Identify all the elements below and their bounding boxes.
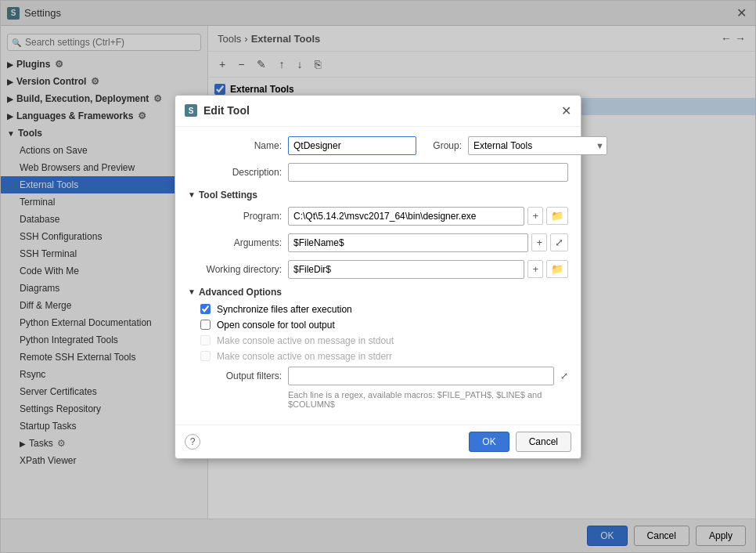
arguments-input[interactable] <box>288 233 528 252</box>
name-group-row: Name: Group: ▼ <box>188 136 568 155</box>
program-label: Program: <box>188 211 282 222</box>
open-console-checkbox[interactable] <box>200 320 211 330</box>
description-input[interactable] <box>288 163 568 182</box>
modal-icon: S <box>185 104 197 117</box>
group-label: Group: <box>423 140 462 151</box>
working-dir-input[interactable] <box>288 260 524 279</box>
sync-files-row: Synchronize files after execution <box>200 304 568 315</box>
main-content: ▶ Plugins ⚙ ▶ Version Control ⚙ ▶ Build,… <box>1 26 755 519</box>
output-filters-input[interactable] <box>288 367 554 385</box>
group-dropdown-icon: ▼ <box>596 141 604 150</box>
section-arrow-icon: ▼ <box>188 287 196 296</box>
working-dir-row: Working directory: + 📁 <box>188 260 568 279</box>
program-browse-button[interactable]: 📁 <box>546 207 568 225</box>
modal-overlay: S Edit Tool ✕ Name: Group: <box>1 26 755 519</box>
arguments-add-macro-button[interactable]: + <box>531 233 547 251</box>
sync-files-label: Synchronize files after execution <box>217 304 352 315</box>
name-input[interactable] <box>288 136 416 155</box>
working-dir-add-macro-button[interactable]: + <box>527 260 543 278</box>
make-active-stdout-checkbox[interactable] <box>200 335 211 345</box>
description-label: Description: <box>188 167 282 178</box>
settings-window: S Settings ✕ ▶ Plugins ⚙ ▶ Version Contr… <box>0 0 756 553</box>
working-dir-label: Working directory: <box>188 264 282 275</box>
advanced-options-section: ▼ Advanced Options <box>188 287 568 298</box>
edit-tool-modal: S Edit Tool ✕ Name: Group: <box>175 95 581 459</box>
program-input[interactable] <box>288 207 524 226</box>
right-panel: Tools › External Tools ← → + − ✎ ↑ ↓ ⎘ <box>208 26 755 519</box>
arguments-expand-button[interactable]: ⤢ <box>550 233 568 251</box>
name-label: Name: <box>188 140 282 151</box>
make-active-stderr-label: Make console active on message in stderr <box>217 351 392 362</box>
open-console-row: Open console for tool output <box>200 320 568 331</box>
output-filters-expand-button[interactable]: ⤢ <box>560 370 568 381</box>
tool-settings-section: ▼ Tool Settings <box>188 190 568 201</box>
modal-body: Name: Group: ▼ Description: <box>175 127 581 425</box>
make-active-stderr-row: Make console active on message in stderr <box>200 351 568 362</box>
group-input[interactable] <box>468 136 607 155</box>
help-button[interactable]: ? <box>185 434 200 450</box>
program-input-group: + 📁 <box>288 207 568 226</box>
section-label: Advanced Options <box>199 287 282 298</box>
working-dir-browse-button[interactable]: 📁 <box>546 260 568 278</box>
sync-files-checkbox[interactable] <box>200 304 211 314</box>
make-active-stderr-checkbox[interactable] <box>200 351 211 361</box>
modal-title: Edit Tool <box>203 104 555 117</box>
program-add-macro-button[interactable]: + <box>527 207 543 225</box>
section-arrow-icon: ▼ <box>188 190 196 199</box>
open-console-label: Open console for tool output <box>217 320 335 331</box>
section-label: Tool Settings <box>199 190 257 201</box>
make-active-stdout-row: Make console active on message in stdout <box>200 335 568 346</box>
output-filters-row: Output filters: ⤢ <box>188 367 568 385</box>
program-row: Program: + 📁 <box>188 207 568 226</box>
modal-close-button[interactable]: ✕ <box>561 103 571 118</box>
arguments-label: Arguments: <box>188 237 282 248</box>
make-active-stdout-label: Make console active on message in stdout <box>217 335 394 346</box>
modal-ok-button[interactable]: OK <box>469 432 509 452</box>
working-dir-input-group: + 📁 <box>288 260 568 279</box>
modal-footer: ? OK Cancel <box>175 425 581 458</box>
output-filters-label: Output filters: <box>188 370 282 381</box>
hint-text: Each line is a regex, available macros: … <box>288 390 568 409</box>
description-row: Description: <box>188 163 568 182</box>
arguments-row: Arguments: + ⤢ <box>188 233 568 252</box>
modal-header: S Edit Tool ✕ <box>175 96 581 127</box>
arguments-input-group: + ⤢ <box>288 233 568 252</box>
modal-cancel-button[interactable]: Cancel <box>516 432 571 452</box>
